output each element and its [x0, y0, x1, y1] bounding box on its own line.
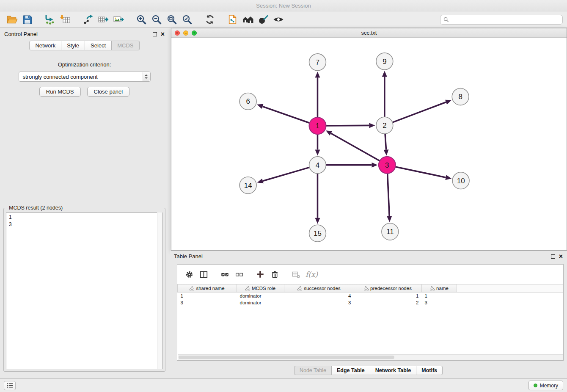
table-cell[interactable]: 3 — [178, 299, 237, 306]
float-panel-icon[interactable] — [153, 32, 157, 36]
close-panel-button[interactable]: Close panel — [87, 87, 130, 97]
import-network-button[interactable] — [42, 12, 58, 27]
close-table-panel-icon[interactable]: × — [559, 254, 563, 259]
column-header-successor-nodes[interactable]: successor nodes — [284, 284, 354, 293]
import-table-button[interactable] — [58, 12, 73, 27]
table-row[interactable]: 3dominator323 — [178, 299, 564, 306]
import-network-icon — [44, 14, 55, 25]
zoom-in-button[interactable] — [134, 12, 149, 27]
column-header-filler — [457, 284, 564, 293]
table-cell[interactable]: 3 — [422, 299, 457, 306]
table-cell[interactable]: dominator — [237, 299, 284, 306]
node-label: 14 — [244, 182, 252, 190]
minimize-window-icon[interactable] — [183, 30, 188, 36]
export-network-button[interactable] — [80, 12, 96, 27]
network-window-titlebar[interactable]: scc.txt — [171, 28, 567, 38]
optimization-label: Optimization criterion: — [0, 61, 169, 68]
edge-2-8[interactable] — [392, 102, 446, 122]
zoom-selected-button[interactable] — [179, 12, 195, 27]
table-horizontal-scrollbar[interactable] — [178, 354, 563, 360]
add-column-button[interactable] — [254, 268, 267, 281]
task-history-button[interactable] — [4, 381, 16, 390]
tab-style[interactable]: Style — [61, 41, 85, 50]
show-hide-button[interactable] — [271, 12, 286, 27]
delete-column-button[interactable] — [268, 268, 281, 281]
tab-motifs[interactable]: Motifs — [416, 366, 443, 375]
edge-3-11[interactable] — [388, 174, 389, 216]
scrollbar-thumb[interactable] — [179, 356, 394, 359]
list-icon — [7, 383, 13, 388]
table-row[interactable]: 1dominator411 — [178, 293, 564, 299]
function-builder-button[interactable]: f(x) — [304, 270, 319, 279]
optimization-select[interactable]: strongly connected component — [19, 72, 151, 82]
result-scrollbar[interactable] — [157, 213, 162, 369]
table-cell[interactable]: 4 — [284, 293, 354, 299]
tab-edge-table[interactable]: Edge Table — [332, 366, 370, 375]
search-field[interactable] — [440, 15, 563, 25]
tab-mcds[interactable]: MCDS — [112, 41, 139, 50]
close-panel-icon[interactable]: × — [161, 32, 165, 36]
open-file-icon — [6, 14, 18, 25]
mcds-result-text[interactable]: 13 — [6, 213, 163, 369]
edge-arrow — [384, 149, 389, 155]
edge-1-6[interactable] — [262, 106, 309, 123]
run-mcds-button[interactable]: Run MCDS — [39, 87, 81, 97]
delete-table-button[interactable] — [289, 268, 302, 281]
optimization-select-value: strongly connected component — [23, 74, 98, 80]
table-settings-button[interactable] — [183, 268, 195, 281]
checked-boxes-icon — [221, 271, 229, 279]
search-input[interactable] — [451, 17, 559, 22]
edge-1-2[interactable] — [326, 125, 369, 126]
apply-layout-button[interactable] — [202, 12, 217, 27]
edge-4-14[interactable] — [263, 167, 309, 181]
table-toolbar: f(x) — [177, 265, 563, 284]
search-icon — [443, 17, 449, 22]
network-canvas[interactable]: 7968124314101511 — [171, 38, 567, 250]
node-label: 4 — [316, 161, 319, 169]
zoom-window-icon[interactable] — [192, 30, 197, 36]
first-neighbors-button[interactable] — [240, 12, 256, 27]
table-cell[interactable]: 3 — [284, 299, 354, 306]
column-header-name[interactable]: name — [422, 284, 457, 293]
edge-arrow — [257, 179, 264, 183]
export-image-button[interactable] — [111, 12, 126, 27]
unselect-all-columns-button[interactable] — [233, 268, 245, 281]
edge-3-1[interactable] — [331, 133, 380, 161]
tab-select[interactable]: Select — [85, 41, 112, 50]
zoom-out-button[interactable] — [149, 12, 164, 27]
zoom-selected-icon — [182, 14, 193, 25]
edge-2-3[interactable] — [385, 134, 386, 149]
edge-3-10[interactable] — [395, 167, 446, 177]
zoom-fit-button[interactable] — [164, 12, 179, 27]
table-cell[interactable]: 1 — [178, 293, 237, 299]
node-table-container: f(x) shared nameMCDS rolesuccessor nodes… — [177, 264, 564, 361]
node-label: 10 — [457, 177, 465, 185]
split-columns-button[interactable] — [197, 268, 210, 281]
tab-node-table[interactable]: Node Table — [294, 366, 332, 375]
style-document-icon — [228, 14, 238, 25]
open-file-button[interactable] — [4, 12, 19, 27]
table-cell[interactable]: 1 — [354, 293, 422, 299]
column-header-predecessor-nodes[interactable]: predecessor nodes — [354, 284, 422, 293]
export-table-button[interactable] — [96, 12, 111, 27]
apply-style-button[interactable] — [256, 12, 271, 27]
export-style-button[interactable] — [225, 12, 240, 27]
table-cell[interactable]: 2 — [354, 299, 422, 306]
save-session-button[interactable] — [19, 12, 35, 27]
split-columns-icon — [200, 271, 208, 279]
control-panel-title: Control Panel — [4, 31, 38, 37]
table-cell[interactable]: 1 — [422, 293, 457, 299]
table-cell-filler — [457, 299, 564, 306]
float-table-panel-icon[interactable] — [551, 254, 555, 259]
close-window-icon[interactable] — [175, 30, 180, 36]
column-header-mcds-role[interactable]: MCDS role — [237, 284, 284, 293]
select-all-columns-button[interactable] — [218, 268, 231, 281]
tab-network-table[interactable]: Network Table — [370, 366, 417, 375]
paint-icon — [258, 14, 269, 25]
tab-network[interactable]: Network — [29, 41, 61, 50]
node-label: 9 — [383, 58, 386, 66]
memory-button[interactable]: Memory — [528, 381, 563, 390]
node-label: 11 — [386, 228, 394, 236]
table-cell[interactable]: dominator — [237, 293, 284, 299]
column-header-shared-name[interactable]: shared name — [178, 284, 237, 293]
